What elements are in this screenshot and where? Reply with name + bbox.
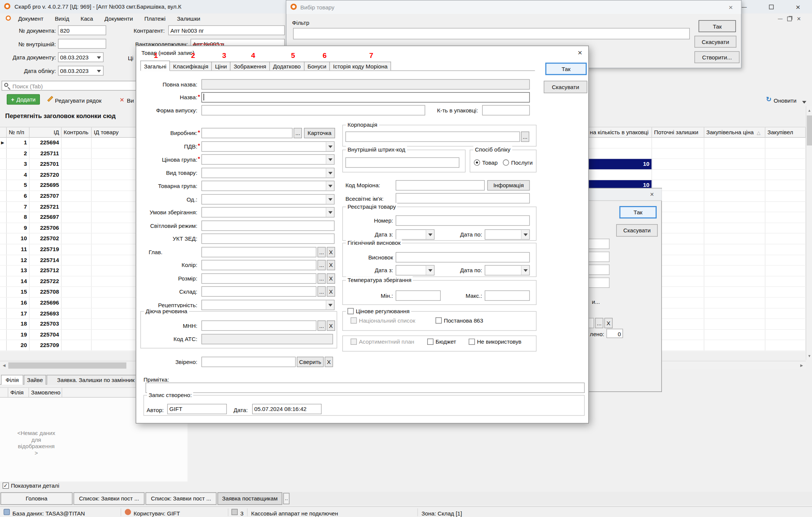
menu-item-3[interactable]: Документи [99, 14, 139, 24]
reg-date-to-select[interactable] [485, 229, 530, 240]
tab-5[interactable]: Додатково [269, 62, 304, 70]
tab-2[interactable]: Класифікація [170, 62, 212, 70]
glav-clear-button[interactable]: X [327, 247, 335, 258]
note-field[interactable] [146, 383, 585, 393]
warehouse-field[interactable] [202, 286, 317, 297]
vertical-scrollbar[interactable]: ▲ ▼ [806, 106, 812, 360]
producer-lookup-button[interactable]: ... [294, 128, 302, 138]
producer-field[interactable] [202, 128, 293, 138]
delete-row-button[interactable]: Ви [127, 97, 134, 104]
ok-button[interactable]: Так [698, 20, 736, 32]
menu-item-2[interactable]: Каса [75, 14, 99, 24]
not-used-checkbox[interactable]: Не використовув [469, 339, 521, 345]
services-radio[interactable]: Послуги [503, 159, 533, 166]
tab-1[interactable]: Загальні [140, 61, 170, 71]
scroll-right-icon[interactable]: ▶ [798, 362, 805, 369]
maximize-icon[interactable] [764, 2, 778, 12]
column-header-purchase-cut[interactable]: Закупівел [765, 127, 806, 137]
warehouse-clear-button[interactable]: X [327, 286, 335, 297]
info-button[interactable]: Інформація [487, 180, 530, 191]
ok-button[interactable]: Так [545, 63, 587, 75]
table-row[interactable]: 10 [588, 159, 806, 170]
tab-4[interactable]: Зображення [230, 62, 270, 70]
edit-row-button[interactable]: Редагувати рядок [55, 97, 102, 104]
close-icon[interactable]: × [647, 190, 657, 198]
goods-radio[interactable]: Товар [474, 159, 498, 166]
window-tab-3[interactable]: Заявка поставщикам [217, 492, 282, 505]
cancel-button[interactable]: Скасувати [544, 81, 587, 93]
cancel-button[interactable]: Скасувати [616, 224, 658, 237]
corporation-lookup-button[interactable]: ... [521, 132, 529, 142]
size-clear-button[interactable]: X [327, 273, 335, 284]
glav-lookup-button[interactable]: ... [317, 247, 326, 258]
clear-button[interactable]: X [604, 318, 613, 328]
pack-qty-field[interactable] [482, 105, 530, 116]
reg-number-field[interactable] [396, 215, 530, 226]
vat-select[interactable] [202, 141, 335, 152]
warehouse-lookup-button[interactable]: ... [317, 286, 326, 297]
scrollbar-thumb[interactable] [807, 115, 812, 146]
budget-checkbox[interactable]: Бюджет [427, 339, 456, 345]
color-lookup-button[interactable]: ... [317, 260, 326, 270]
close-icon[interactable]: × [574, 47, 586, 58]
column-header-current-stock[interactable]: Поточні залишки [652, 127, 704, 137]
scrollbar-thumb[interactable] [8, 362, 126, 369]
menu-item-5[interactable]: Залишки [171, 14, 206, 24]
reg-date-from-select[interactable] [396, 229, 434, 240]
morion-code-field[interactable] [396, 180, 485, 191]
producer-card-button[interactable]: Карточка [304, 128, 335, 138]
ok-button[interactable]: Так [619, 206, 657, 218]
scroll-left-icon[interactable]: ◀ [1, 362, 8, 369]
mdi-close-icon[interactable]: × [794, 15, 803, 23]
temp-min-field[interactable] [396, 290, 441, 301]
color-field[interactable] [202, 260, 317, 270]
window-tab-grip[interactable]: ‥ [283, 493, 290, 504]
column-header-id[interactable]: ІД [29, 127, 61, 137]
temp-max-field[interactable] [485, 290, 530, 301]
menu-item-0[interactable]: Документ [12, 14, 49, 24]
tab-7[interactable]: Історія коду Моріона [329, 62, 391, 70]
column-header-pack-qty[interactable]: на кількість в упаковці [588, 127, 652, 137]
barcode-field[interactable] [345, 158, 459, 168]
internal-number-field[interactable] [58, 39, 106, 49]
decree-863-checkbox[interactable]: Постанова 863 [436, 317, 483, 324]
doc-number-field[interactable]: 820 [58, 25, 106, 35]
doc-date-field[interactable]: 08.03.2023 [58, 52, 103, 62]
window-tab-2[interactable]: Список: Заявки пост ... [146, 492, 217, 505]
menu-item-4[interactable]: Платежі [139, 14, 172, 24]
refresh-dropdown-icon[interactable] [802, 101, 806, 105]
price-group-select[interactable] [202, 154, 335, 165]
menu-item-1[interactable]: Вихід [49, 14, 75, 24]
storage-conditions-select[interactable] [202, 207, 335, 218]
column-header-ordered[interactable]: Замовлено [29, 388, 62, 397]
tab-3[interactable]: Ціни [211, 62, 231, 70]
color-clear-button[interactable]: X [327, 260, 335, 270]
account-date-field[interactable]: 08.03.2023 [58, 66, 103, 76]
window-tab-1[interactable]: Список: Заявки пост ... [74, 492, 145, 505]
price-regulation-checkbox[interactable]: Цінове регулювання [346, 308, 411, 315]
world-name-field[interactable] [396, 193, 530, 204]
prescription-select[interactable] [202, 300, 335, 310]
lookup-button[interactable]: ... [595, 318, 603, 328]
verified-field[interactable] [202, 357, 296, 367]
close-icon[interactable]: × [724, 2, 738, 13]
unit-select[interactable] [202, 194, 335, 205]
product-kind-select[interactable] [202, 168, 335, 178]
product-group-select[interactable] [202, 181, 335, 191]
light-mode-field[interactable] [202, 221, 335, 231]
name-field[interactable] [202, 92, 530, 103]
corporation-field[interactable] [345, 132, 520, 142]
cancel-button[interactable]: Скасувати [694, 36, 736, 48]
hyg-date-to-select[interactable] [485, 265, 530, 276]
column-header-npp[interactable]: № п/п [7, 127, 30, 137]
add-row-button[interactable]: +Додати [7, 94, 40, 105]
window-tab-0[interactable]: Головна [0, 492, 72, 505]
table-row[interactable] [588, 170, 806, 180]
column-header-purchase-price[interactable]: Закупівельна ціна △ [704, 127, 765, 137]
create-button[interactable]: Створити... [694, 51, 739, 63]
mnn-clear-button[interactable]: X [327, 320, 335, 331]
size-field[interactable] [202, 273, 317, 284]
tab-6[interactable]: Бонуси [304, 62, 330, 70]
table-row[interactable] [588, 149, 806, 159]
size-lookup-button[interactable]: ... [317, 273, 326, 284]
